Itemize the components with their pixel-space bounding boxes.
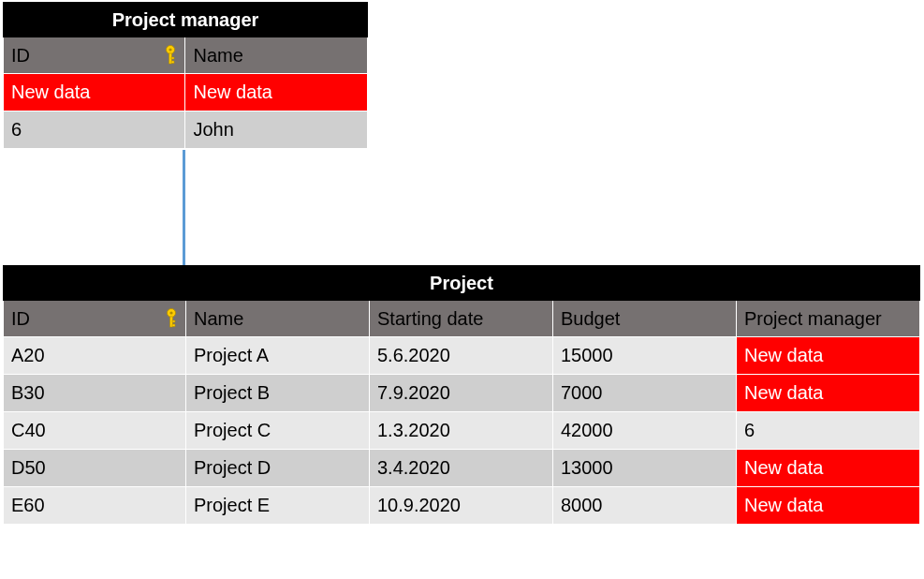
table-cell: New data — [737, 375, 920, 412]
table-cell: 10.9.2020 — [370, 487, 553, 525]
table-row: 6John — [4, 111, 368, 149]
table-cell: 3.4.2020 — [370, 450, 553, 487]
table-cell: E60 — [4, 487, 186, 525]
project-title-row: Project — [4, 266, 920, 301]
project-col-id-label: ID — [11, 308, 30, 329]
table-row: D50Project D3.4.202013000New data — [4, 450, 920, 487]
svg-rect-9 — [172, 324, 175, 327]
svg-rect-8 — [172, 320, 175, 322]
table-cell: 6 — [737, 412, 920, 450]
svg-rect-4 — [171, 61, 174, 64]
project-title: Project — [4, 266, 920, 301]
table-cell: B30 — [4, 375, 186, 412]
key-icon — [165, 308, 178, 329]
table-cell: 13000 — [553, 450, 737, 487]
table-cell: New data — [4, 74, 185, 111]
table-cell: New data — [185, 74, 368, 111]
table-cell: New data — [737, 487, 920, 525]
pm-col-id-label: ID — [11, 45, 30, 66]
project-manager-table: Project manager ID Name New dataNew data… — [3, 2, 368, 149]
table-cell: Project E — [186, 487, 370, 525]
table-cell: New data — [737, 450, 920, 487]
pm-header-row: ID Name — [4, 37, 368, 74]
project-header-row: ID Name Starting date Budget Project man… — [4, 301, 920, 337]
table-cell: A20 — [4, 337, 186, 375]
project-col-name: Name — [186, 301, 370, 337]
project-col-budget: Budget — [553, 301, 737, 337]
svg-rect-3 — [171, 57, 174, 59]
svg-point-1 — [169, 48, 172, 51]
table-cell: D50 — [4, 450, 186, 487]
table-row: C40Project C1.3.2020420006 — [4, 412, 920, 450]
pm-col-name: Name — [185, 37, 368, 74]
table-cell: 6 — [4, 111, 185, 149]
project-col-id: ID — [4, 301, 186, 337]
table-cell: C40 — [4, 412, 186, 450]
pm-title-row: Project manager — [4, 3, 368, 37]
table-cell: 5.6.2020 — [370, 337, 553, 375]
table-cell: 42000 — [553, 412, 737, 450]
project-body: A20Project A5.6.202015000New dataB30Proj… — [4, 337, 920, 525]
table-cell: 7.9.2020 — [370, 375, 553, 412]
table-row: New dataNew data — [4, 74, 368, 111]
pm-title: Project manager — [4, 3, 368, 37]
pm-body: New dataNew data6John — [4, 74, 368, 149]
table-cell: Project D — [186, 450, 370, 487]
table-row: B30Project B7.9.20207000New data — [4, 375, 920, 412]
table-relationship-connector — [183, 150, 185, 265]
table-cell: Project C — [186, 412, 370, 450]
table-cell: New data — [737, 337, 920, 375]
project-table: Project ID Name Starting date Budget Pro… — [3, 265, 920, 525]
table-cell: John — [185, 111, 368, 149]
table-row: E60Project E10.9.20208000New data — [4, 487, 920, 525]
table-cell: 8000 — [553, 487, 737, 525]
table-cell: Project A — [186, 337, 370, 375]
table-cell: 7000 — [553, 375, 737, 412]
pm-col-id: ID — [4, 37, 185, 74]
project-col-manager: Project manager — [737, 301, 920, 337]
key-icon — [164, 45, 177, 66]
table-cell: 15000 — [553, 337, 737, 375]
table-cell: Project B — [186, 375, 370, 412]
table-cell: 1.3.2020 — [370, 412, 553, 450]
table-row: A20Project A5.6.202015000New data — [4, 337, 920, 375]
project-col-date: Starting date — [370, 301, 553, 337]
svg-point-6 — [169, 311, 172, 314]
